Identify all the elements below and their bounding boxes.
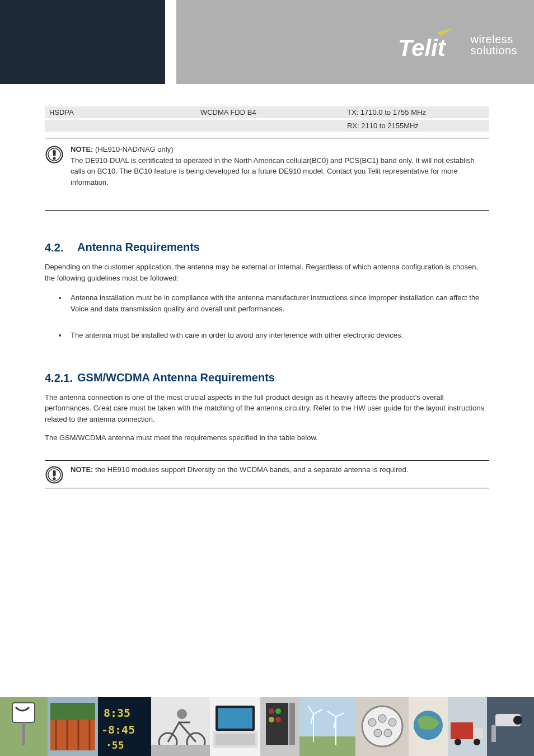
svg-point-8 [53, 477, 55, 480]
svg-point-37 [275, 708, 281, 714]
note-label: NOTE: [71, 145, 93, 153]
section-title: Antenna Requirements [77, 241, 489, 254]
band-table: HSDPA WCDMA FDD B4 TX: 1710.0 to 1755 MH… [45, 106, 489, 133]
note-icon [45, 145, 64, 164]
cell-mode: HSDPA [45, 106, 196, 119]
svg-rect-30 [218, 708, 252, 729]
svg-point-36 [269, 708, 274, 714]
header-dark-block [0, 0, 165, 84]
cell-band: WCDMA FDD B4 [196, 106, 343, 119]
footer-tile-containers [48, 697, 98, 756]
footer-tile-bike [151, 697, 210, 756]
svg-point-62 [455, 739, 461, 745]
note-block-2: NOTE: the HE910 modules support Diversit… [45, 460, 489, 488]
brand-logo: Telit wireless solutions [398, 28, 517, 62]
svg-rect-7 [53, 470, 55, 476]
svg-rect-3 [53, 150, 55, 156]
svg-point-52 [368, 718, 376, 726]
note-block-1: NOTE: (HE910-NAD/NAG only) The DE910-DUA… [45, 144, 489, 188]
svg-point-4 [53, 157, 55, 160]
svg-rect-14 [50, 703, 95, 720]
footer-tile-camera [487, 697, 534, 756]
cell-freq: RX: 2110 to 2155MHz [343, 119, 489, 133]
note-body-2: NOTE: the HE910 modules support Diversit… [71, 464, 489, 484]
table-row: RX: 2110 to 2155MHz [45, 119, 489, 133]
svg-rect-27 [151, 745, 210, 756]
footer-tile-truck [448, 697, 487, 756]
cell-mode [45, 119, 196, 133]
telit-logo-icon: Telit [398, 28, 465, 62]
svg-point-54 [388, 718, 396, 726]
svg-text:Telit: Telit [398, 35, 447, 61]
table-row: HSDPA WCDMA FDD B4 TX: 1710.0 to 1755 MH… [45, 106, 489, 119]
svg-point-26 [177, 709, 187, 719]
section-paragraph: Depending on the customer application, t… [45, 262, 489, 283]
svg-rect-40 [299, 697, 355, 736]
svg-rect-10 [12, 703, 35, 722]
footer-tile-windmills [299, 697, 355, 756]
note-icon [45, 465, 64, 484]
list-item: Antenna installation must be in complian… [67, 292, 489, 314]
svg-rect-32 [216, 734, 255, 745]
list-item: The antenna must be installed with care … [67, 330, 489, 341]
footer-tile-globe [409, 697, 448, 756]
note-text: (HE910-NAD/NAG only) The DE910-DUAL is c… [71, 145, 475, 186]
brand-tagline: wireless solutions [471, 34, 517, 56]
svg-rect-67 [491, 725, 496, 742]
brand-tagline-line-2: solutions [471, 45, 517, 56]
subsection-title: GSM/WCDMA Antenna Requirements [77, 371, 489, 384]
footer-tile-departure-board: 8:35-8:45·55 [98, 697, 151, 756]
svg-text:-8:45: -8:45 [101, 723, 135, 736]
svg-point-63 [474, 739, 480, 745]
divider [45, 488, 489, 488]
footer-tile-vending [260, 697, 299, 756]
subsection-paragraph-2: The GSM/WCDMA antenna must meet the requ… [45, 432, 489, 444]
svg-rect-41 [299, 736, 355, 756]
note-text: the HE910 modules support Diversity on t… [93, 465, 408, 474]
svg-point-55 [374, 729, 382, 737]
cell-freq: TX: 1710.0 to 1755 MHz [343, 106, 489, 119]
footer-tile-laptop [210, 697, 260, 756]
footer-tile-meter [355, 697, 409, 756]
footer-tile-sign [0, 697, 48, 756]
header-gap [165, 0, 176, 84]
svg-point-39 [275, 717, 281, 722]
svg-point-51 [362, 706, 402, 746]
requirements-list: Antenna installation must be in complian… [45, 292, 489, 341]
svg-text:·55: ·55 [106, 739, 124, 751]
svg-text:8:35: 8:35 [104, 706, 130, 720]
svg-rect-13 [50, 720, 95, 750]
svg-point-53 [378, 715, 386, 722]
svg-rect-11 [22, 722, 25, 745]
svg-rect-35 [289, 703, 295, 745]
divider [45, 210, 489, 211]
footer-image-strip: 8:35-8:45·55 [0, 697, 534, 756]
brand-tagline-line-1: wireless [471, 34, 517, 45]
note-body-1: NOTE: (HE910-NAD/NAG only) The DE910-DUA… [71, 144, 489, 188]
divider [45, 138, 489, 138]
svg-point-38 [269, 717, 274, 722]
svg-rect-60 [451, 722, 473, 739]
svg-point-66 [513, 716, 522, 725]
cell-band [196, 119, 343, 133]
svg-rect-61 [473, 728, 483, 739]
divider [45, 460, 489, 461]
page-header: Telit wireless solutions [0, 0, 534, 84]
header-gray-block: Telit wireless solutions [176, 0, 534, 84]
svg-point-56 [384, 729, 392, 737]
page-content: HSDPA WCDMA FDD B4 TX: 1710.0 to 1755 MH… [0, 84, 534, 488]
note-label: NOTE: [71, 465, 93, 474]
subsection-paragraph-1: The antenna connection is one of the mos… [45, 392, 489, 425]
